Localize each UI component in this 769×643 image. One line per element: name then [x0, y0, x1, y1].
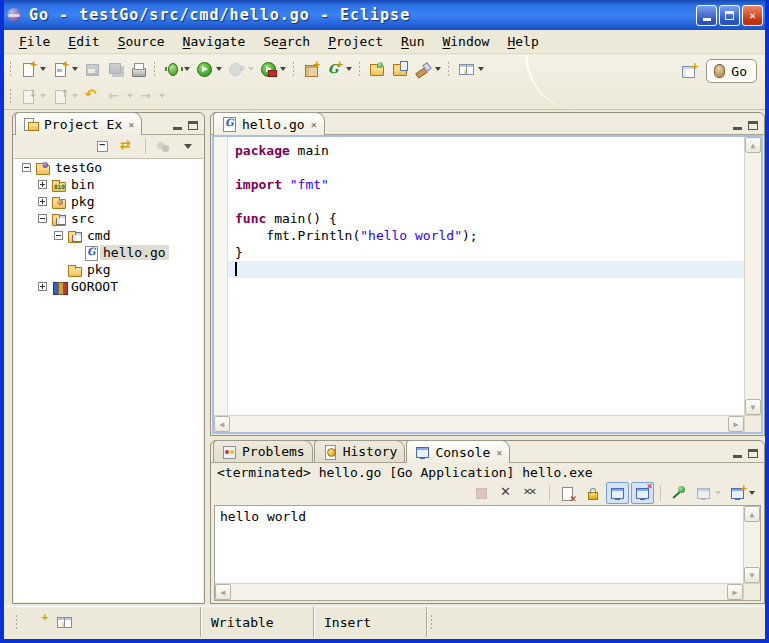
minimize-view-icon[interactable]	[173, 127, 182, 130]
menu-project[interactable]: Project	[319, 32, 392, 51]
toggle-annotations-button[interactable]	[455, 58, 487, 80]
tab-history[interactable]: History	[314, 440, 406, 462]
view-menu-button[interactable]	[177, 135, 200, 157]
toolbar-grip[interactable]	[9, 88, 12, 104]
dropdown-arrow-icon[interactable]	[127, 94, 133, 98]
tree-item-src[interactable]: src	[14, 210, 203, 227]
menu-window[interactable]: Window	[433, 32, 498, 51]
dropdown-arrow-icon[interactable]	[40, 94, 46, 98]
scroll-down-icon[interactable]: ▼	[745, 399, 761, 415]
dropdown-arrow-icon[interactable]	[72, 94, 78, 98]
dropdown-arrow-icon[interactable]	[40, 67, 46, 71]
run-external-tools-button[interactable]	[257, 58, 289, 80]
tree-item-pkg[interactable]: pkg	[14, 193, 203, 210]
toolbar-grip[interactable]	[292, 61, 295, 77]
console-output[interactable]: hello world	[215, 506, 743, 583]
open-type-button[interactable]	[389, 58, 412, 80]
pin-console-button[interactable]	[667, 482, 690, 504]
close-view-icon[interactable]: ✕	[128, 119, 134, 130]
dropdown-arrow-icon[interactable]	[72, 67, 78, 71]
tree-item-hello-go[interactable]: hello.go	[14, 244, 203, 261]
scroll-right-icon[interactable]: ▶	[728, 416, 744, 432]
search-button[interactable]	[412, 58, 444, 80]
tree-expander-minus[interactable]	[38, 214, 47, 223]
tree-item-goroot[interactable]: GOROOT	[14, 278, 203, 295]
tree-item-cmd[interactable]: cmd	[14, 227, 203, 244]
fast-view-icon[interactable]	[31, 614, 48, 630]
code-line[interactable]: }	[228, 244, 744, 261]
maximize-view-icon[interactable]	[188, 121, 198, 130]
minimize-button[interactable]	[696, 5, 717, 26]
print-button[interactable]	[127, 58, 150, 80]
run-button[interactable]	[193, 58, 225, 80]
tab-console[interactable]: Console✕	[406, 440, 510, 463]
tree-expander-minus[interactable]	[54, 231, 63, 240]
tab-problems[interactable]: Problems	[213, 440, 313, 462]
console-horizontal-scrollbar[interactable]: ◀ ▶	[215, 583, 743, 600]
tree-item-pkg[interactable]: pkg	[14, 261, 203, 278]
new-go-file-button[interactable]	[49, 58, 81, 80]
code-line[interactable]: package main	[228, 142, 744, 159]
restore-views-icon[interactable]	[56, 614, 73, 630]
menu-search[interactable]: Search	[254, 32, 319, 51]
close-editor-icon[interactable]: ✕	[311, 119, 317, 130]
menu-navigate[interactable]: Navigate	[174, 32, 255, 51]
new-go-element-button[interactable]	[323, 58, 355, 80]
remove-all-terminated-button[interactable]	[520, 482, 543, 504]
close-view-icon[interactable]: ✕	[496, 447, 502, 458]
scroll-up-icon[interactable]: ▲	[745, 137, 761, 153]
show-stderr-button[interactable]	[631, 482, 654, 504]
open-perspective-button[interactable]	[678, 60, 701, 82]
menu-file[interactable]: File	[10, 32, 59, 51]
editor-horizontal-scrollbar[interactable]: ◀ ▶	[214, 415, 744, 432]
toolbar-grip[interactable]	[9, 61, 12, 77]
tree-expander-plus[interactable]	[38, 197, 47, 206]
tree-expander-plus[interactable]	[38, 282, 47, 291]
toolbar-grip[interactable]	[358, 61, 361, 77]
dropdown-arrow-icon[interactable]	[280, 67, 286, 71]
menu-help[interactable]: Help	[498, 32, 547, 51]
scroll-left-icon[interactable]: ◀	[215, 584, 231, 600]
tree-expander-minus[interactable]	[22, 163, 31, 172]
code-line[interactable]	[228, 261, 744, 278]
scroll-right-icon[interactable]: ▶	[727, 584, 743, 600]
show-stdout-button[interactable]	[606, 482, 629, 504]
new-project-button[interactable]	[300, 58, 323, 80]
editor-vertical-scrollbar[interactable]: ▲ ▼	[744, 137, 761, 415]
tree-item-bin[interactable]: bin	[14, 176, 203, 193]
dropdown-arrow-icon[interactable]	[749, 491, 755, 495]
tree-expander-plus[interactable]	[38, 180, 47, 189]
remove-launch-button[interactable]	[495, 482, 518, 504]
tab-project-explorer[interactable]: Project Ex ✕	[15, 112, 142, 135]
menu-edit[interactable]: Edit	[59, 32, 108, 51]
close-button[interactable]: ✕	[742, 5, 763, 26]
scroll-up-icon[interactable]: ▲	[744, 506, 760, 522]
code-line[interactable]	[228, 159, 744, 176]
dropdown-arrow-icon[interactable]	[478, 67, 484, 71]
code-line[interactable]	[228, 193, 744, 210]
code-area[interactable]: package mainimport "fmt"func main() { fm…	[228, 137, 744, 415]
clear-console-button[interactable]	[556, 482, 579, 504]
dropdown-arrow-icon[interactable]	[248, 67, 254, 71]
maximize-editor-icon[interactable]	[748, 121, 758, 130]
maximize-button[interactable]	[719, 5, 740, 26]
link-with-editor-button[interactable]	[116, 135, 139, 157]
dropdown-arrow-icon[interactable]	[346, 67, 352, 71]
scroll-down-icon[interactable]: ▼	[744, 567, 760, 583]
code-line[interactable]: fmt.Println("hello world");	[228, 227, 744, 244]
code-line[interactable]: func main() {	[228, 210, 744, 227]
perspective-go-button[interactable]: Go	[706, 59, 757, 83]
dropdown-arrow-icon[interactable]	[159, 94, 165, 98]
dropdown-arrow-icon[interactable]	[435, 67, 441, 71]
scroll-lock-button[interactable]	[581, 482, 604, 504]
new-wizard-button[interactable]	[17, 58, 49, 80]
dropdown-arrow-icon[interactable]	[216, 67, 222, 71]
tab-hello-go[interactable]: hello.go ✕	[213, 112, 325, 135]
open-resource-button[interactable]	[366, 58, 389, 80]
open-console-button[interactable]	[726, 482, 758, 504]
maximize-view-icon[interactable]	[748, 449, 758, 458]
dropdown-arrow-icon[interactable]	[715, 491, 721, 495]
menu-source[interactable]: Source	[109, 32, 174, 51]
dropdown-arrow-icon[interactable]	[184, 67, 190, 71]
minimize-view-icon[interactable]	[733, 455, 742, 458]
